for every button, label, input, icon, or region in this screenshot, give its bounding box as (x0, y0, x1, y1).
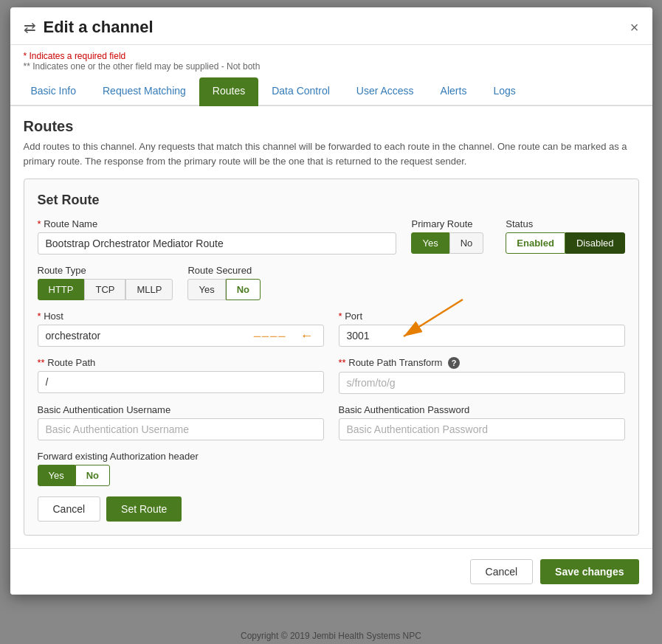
forward-no-button[interactable]: No (75, 465, 110, 486)
status-toggle: Enabled Disabled (506, 232, 624, 254)
host-label: * Host (38, 311, 324, 322)
status-disabled-button[interactable]: Disabled (565, 232, 625, 254)
primary-route-group: Primary Route Yes No (411, 218, 483, 254)
tab-request-matching[interactable]: Request Matching (89, 77, 199, 106)
modal-hints: * Indicates a required field ** Indicate… (10, 45, 652, 77)
route-secured-no[interactable]: No (226, 279, 261, 300)
host-input-container: ← ──── (38, 325, 324, 347)
routes-section-title: Routes (24, 118, 639, 135)
route-secured-group: Route Secured Yes No (187, 265, 261, 300)
basic-auth-row: Basic Authentication Username Basic Auth… (38, 404, 625, 440)
modal-body: Routes Add routes to this channel. Any r… (10, 106, 652, 595)
route-type-http[interactable]: HTTP (38, 279, 85, 300)
basic-auth-pass-label: Basic Authentication Password (339, 404, 625, 415)
modal-title-area: ⇄ Edit a channel (24, 18, 154, 37)
route-path-group: ** Route Path (38, 357, 324, 394)
status-label: Status (506, 218, 624, 229)
footer-cancel-button[interactable]: Cancel (470, 559, 534, 584)
tab-bar: Basic Info Request Matching Routes Data … (10, 77, 652, 106)
set-route-button[interactable]: Set Route (106, 496, 182, 522)
route-secured-toggle: Yes No (187, 279, 261, 300)
route-path-row: ** Route Path ** Route Path Transform ? (38, 357, 625, 394)
primary-no-button[interactable]: No (449, 232, 484, 254)
either-hint: ** Indicates one or the other field may … (24, 61, 639, 72)
edit-channel-modal: ⇄ Edit a channel × * Indicates a require… (10, 7, 652, 595)
route-path-input[interactable] (38, 371, 324, 393)
host-group: * Host ← ──── (38, 311, 324, 347)
forward-auth-label: Forward existing Authorization header (38, 451, 625, 462)
modal-title: Edit a channel (44, 18, 154, 37)
port-input[interactable] (339, 325, 625, 347)
tab-data-control[interactable]: Data Control (258, 77, 343, 106)
route-type-group: Route Type HTTP TCP MLLP (38, 265, 173, 300)
route-path-transform-group: ** Route Path Transform ? (339, 357, 625, 394)
basic-auth-user-group: Basic Authentication Username (38, 404, 324, 440)
required-hint: * Indicates a required field (24, 51, 639, 61)
route-type-tcp[interactable]: TCP (84, 279, 125, 300)
modal-footer: Cancel Save changes (10, 548, 652, 595)
basic-auth-pass-input[interactable] (339, 418, 625, 440)
host-input[interactable] (38, 325, 324, 347)
inner-footer: Cancel Set Route (38, 496, 625, 522)
routes-section-desc: Add routes to this channel. Any requests… (24, 139, 639, 168)
tab-routes[interactable]: Routes (199, 77, 258, 106)
route-type-label: Route Type (38, 265, 173, 276)
tab-basic-info[interactable]: Basic Info (18, 77, 89, 106)
route-type-row: Route Type HTTP TCP MLLP Route Secured Y… (38, 265, 625, 300)
route-type-mllp[interactable]: MLLP (125, 279, 173, 300)
host-port-section: * Host ← ──── * (38, 311, 625, 347)
primary-yes-button[interactable]: Yes (411, 232, 449, 254)
route-name-group: * Route Name (38, 218, 397, 255)
modal-header: ⇄ Edit a channel × (10, 7, 652, 45)
primary-route-label: Primary Route (411, 218, 483, 229)
close-button[interactable]: × (630, 20, 639, 35)
route-path-label: ** Route Path (38, 357, 324, 368)
route-path-transform-info-icon[interactable]: ? (448, 357, 460, 369)
tab-logs[interactable]: Logs (480, 77, 528, 106)
forward-auth-row: Forward existing Authorization header Ye… (38, 451, 625, 486)
route-name-required: * (38, 218, 41, 229)
set-route-title: Set Route (38, 193, 625, 208)
basic-auth-user-label: Basic Authentication Username (38, 404, 324, 415)
port-label: * Port (339, 311, 625, 322)
status-enabled-button[interactable]: Enabled (506, 232, 565, 254)
route-path-transform-input[interactable] (339, 372, 625, 394)
shuffle-icon: ⇄ (24, 18, 36, 36)
route-type-toggle: HTTP TCP MLLP (38, 279, 173, 300)
route-name-row: * Route Name Primary Route Yes (38, 218, 625, 255)
set-route-box: Set Route * Route Name P (24, 179, 639, 536)
basic-auth-pass-group: Basic Authentication Password (339, 404, 625, 440)
forward-yes-button[interactable]: Yes (38, 465, 75, 486)
primary-route-toggle: Yes No (411, 232, 483, 254)
tab-user-access[interactable]: User Access (343, 77, 427, 106)
inner-cancel-button[interactable]: Cancel (38, 496, 101, 522)
forward-auth-toggle: Yes No (38, 465, 625, 486)
route-name-input[interactable] (38, 232, 397, 255)
host-port-row: * Host ← ──── * (38, 311, 625, 347)
status-group: Status Enabled Disabled (506, 218, 624, 254)
port-group: * Port (339, 311, 625, 347)
route-secured-label: Route Secured (187, 265, 261, 276)
route-secured-yes[interactable]: Yes (187, 279, 225, 300)
basic-auth-user-input[interactable] (38, 418, 324, 440)
tab-alerts[interactable]: Alerts (427, 77, 480, 106)
copyright: Copyright © 2019 Jembi Health Systems NP… (0, 631, 662, 641)
footer-save-button[interactable]: Save changes (540, 559, 638, 584)
route-name-label: * Route Name (38, 218, 397, 229)
route-path-transform-label: ** Route Path Transform ? (339, 357, 625, 369)
modal-overlay: ⇄ Edit a channel × * Indicates a require… (0, 0, 662, 644)
